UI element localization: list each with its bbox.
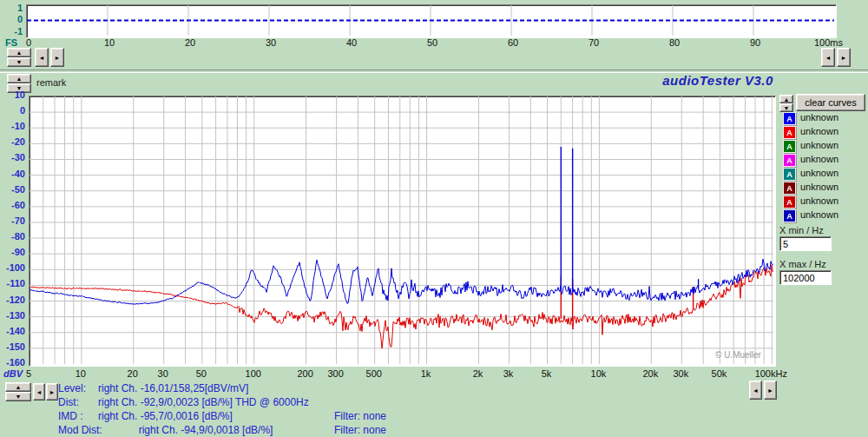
legend-color-chip[interactable]: A [783,112,796,125]
status-up-button[interactable]: ▲ [5,382,31,392]
clear-curves-button[interactable]: clear curves [796,94,865,111]
left-arrow-icon: ◄ [36,389,43,395]
status-label: Dist: [58,396,98,408]
status-down-button[interactable]: ▼ [5,392,31,401]
tick-label: 20k [642,368,658,379]
sidebar-up-button[interactable]: ▲ [779,95,793,103]
tick-label: 60 [508,37,518,48]
legend-color-chip[interactable]: A [783,154,796,167]
spectrum-y-tick: -90 [0,247,25,257]
tick-label: 50 [196,368,207,379]
app-title: audioTester V3.0 [661,73,774,88]
tick-label: 30 [158,368,168,379]
spectrum-y-tick: -100 [0,262,25,273]
legend-label: unknown [800,195,838,206]
scope-pan-right-button[interactable]: ► [50,48,64,67]
status-value: right Ch. -16,01/158,25[dBV/mV] [98,382,248,394]
dbv-unit-label: dBV [3,368,23,379]
legend-label: unknown [800,182,838,192]
status-row-level: Level:right Ch. -16,01/158,25[dBV/mV] [58,382,248,394]
status-pan-left-button[interactable]: ◄ [33,383,45,401]
xmax-input[interactable] [779,270,832,285]
legend-item: Aunknown [783,126,865,138]
tick-label: 100kHz [755,368,787,379]
tick-label: 10 [76,368,86,379]
legend-item: Aunknown [783,154,865,166]
tick-label: 30 [266,37,276,48]
scope-zoom-up-button[interactable]: ▲ [7,48,31,57]
remark-up-button[interactable]: ▲ [7,74,31,83]
legend-color-chip[interactable]: A [783,168,796,181]
xmin-input[interactable] [779,236,832,251]
tick-label: 2k [473,368,483,379]
status-spinner: ▲ ▼ [5,382,31,401]
tick-label: 50k [712,368,727,379]
spectrum-y-tick: -110 [0,278,25,288]
scope-canvas[interactable] [27,5,834,36]
legend-item: Aunknown [783,209,865,222]
sidebar-down-button[interactable]: ▼ [779,103,793,112]
status-row-dist: Dist:right Ch. -92,9/0,0023 [dB/%] THD @… [58,396,309,408]
status-label: IMD : [58,410,98,422]
tick-label: 5 [26,368,31,379]
spectrum-y-tick: -150 [0,341,25,352]
legend-color-chip[interactable]: A [783,140,796,153]
down-arrow-icon: ▼ [16,59,23,65]
status-filter: Filter: none [334,410,386,422]
tick-label: 100 [246,368,261,379]
tick-label: 70 [589,37,599,48]
spectrum-panel [29,96,776,367]
scope-y-tick: -1 [0,26,23,36]
legend-color-chip[interactable]: A [783,126,796,139]
status-label: Level: [58,382,98,394]
tick-label: 90 [750,37,760,48]
right-arrow-icon: ► [841,55,847,61]
tick-label: 40 [346,37,357,48]
spectrum-y-tick: -30 [0,152,25,162]
xaxis-pan-left-button[interactable]: ◄ [749,381,762,400]
legend-item: Aunknown [783,140,865,152]
status-value: right Ch. -94,9/0,0018 [dB/%] [139,424,273,436]
tick-label: 1k [421,368,431,379]
scope-right-pan-right-button[interactable]: ► [837,48,851,67]
down-arrow-icon: ▼ [784,105,790,111]
spectrum-y-tick: -80 [0,231,25,242]
status-value: right Ch. -95,7/0,0016 [dB/%] [98,410,233,422]
up-arrow-icon: ▲ [16,50,23,56]
legend-item: Aunknown [783,195,865,208]
app-window: 10-1 FS 0102030405060708090100ms ▲ ▼ ◄ ►… [0,0,868,437]
scope-y-tick: 1 [0,3,23,13]
scope-right-pan-left-button[interactable]: ◄ [821,48,835,67]
tick-label: 200 [297,368,312,379]
right-arrow-icon: ► [49,389,56,395]
legend-label: unknown [800,112,838,122]
legend-label: unknown [800,140,838,150]
tick-label: 10k [591,368,607,379]
remark-label: remark [36,77,66,88]
left-arrow-icon: ◄ [39,55,45,61]
tick-label: 500 [366,368,382,379]
spectrum-canvas[interactable] [30,96,773,364]
xaxis-pan-right-button[interactable]: ► [764,381,777,400]
right-arrow-icon: ► [767,387,773,394]
status-pan-right-button[interactable]: ► [46,383,58,401]
tick-label: 80 [669,37,680,48]
left-arrow-icon: ◄ [825,55,832,61]
legend-color-chip[interactable]: A [783,209,796,222]
scope-zoom-down-button[interactable]: ▼ [7,57,31,67]
status-label: Mod Dist: [58,424,102,436]
legend-color-chip[interactable]: A [783,182,796,195]
status-row-imd: IMD :right Ch. -95,7/0,0016 [dB/%] Filte… [58,410,233,422]
tick-label: 10 [104,37,115,48]
watermark: © U.Mueller [715,350,761,360]
legend-color-chip[interactable]: A [783,195,796,209]
scope-pan-left-button[interactable]: ◄ [35,48,49,67]
tick-label: 50 [427,37,437,48]
tick-label: 100ms [814,37,843,48]
tick-label: 20 [128,368,138,379]
spectrum-y-tick: -10 [0,121,25,131]
scope-panel [26,4,837,38]
fs-label: FS [5,37,17,48]
spectrum-y-tick: -120 [0,295,25,305]
tick-label: 30k [673,368,688,379]
